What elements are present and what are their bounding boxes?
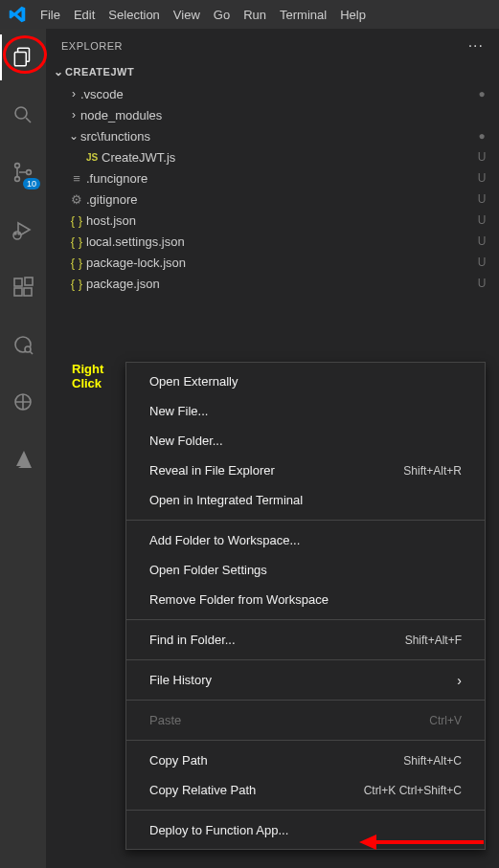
file-row[interactable]: { }host.jsonU: [46, 210, 499, 231]
svg-point-4: [15, 164, 20, 168]
menu-item[interactable]: Deploy to Function App...: [126, 815, 485, 845]
menu-item[interactable]: Open Folder Settings: [126, 555, 485, 585]
menu-item[interactable]: Open Externally: [126, 367, 485, 396]
menu-separator: [126, 659, 485, 660]
gear-icon: ⚙: [67, 192, 86, 207]
menu-file[interactable]: File: [34, 8, 67, 22]
tree-item-label: package.json: [86, 277, 474, 291]
menu-item-label: Copy Path: [149, 753, 208, 768]
tree-item-label: .gitignore: [86, 192, 474, 207]
menu-help[interactable]: Help: [333, 8, 373, 22]
folder-row[interactable]: ›node_modules: [46, 104, 499, 125]
docker-icon[interactable]: [0, 379, 46, 425]
git-decoration: U: [474, 256, 489, 269]
menu-view[interactable]: View: [167, 8, 207, 22]
menu-item[interactable]: Add Folder to Workspace...: [126, 525, 485, 555]
menu-separator: [126, 740, 485, 741]
svg-point-2: [15, 107, 27, 119]
json-file-icon: { }: [67, 277, 86, 291]
folder-row[interactable]: ⌄src\functions●: [46, 125, 499, 146]
menu-item-label: Add Folder to Workspace...: [149, 533, 300, 547]
git-decoration: U: [474, 150, 489, 164]
menu-item[interactable]: Copy PathShift+Alt+C: [126, 746, 485, 775]
chevron-icon: ›: [67, 87, 80, 100]
file-row[interactable]: { }package-lock.jsonU: [46, 252, 499, 273]
azure-icon[interactable]: [0, 436, 46, 482]
chevron-icon: ⌄: [67, 129, 80, 143]
file-row[interactable]: JSCreateJWT.jsU: [46, 146, 499, 167]
menu-item[interactable]: New File...: [126, 396, 485, 426]
menu-separator: [126, 619, 485, 620]
menu-separator: [126, 520, 485, 521]
menu-item-label: Paste: [149, 713, 181, 727]
menu-item: PasteCtrl+V: [126, 705, 485, 735]
explorer-icon[interactable]: [0, 34, 46, 80]
context-menu: Open ExternallyNew File...New Folder...R…: [125, 362, 486, 850]
tree-item-label: .vscode: [80, 87, 474, 101]
svg-point-5: [15, 177, 20, 182]
file-row[interactable]: ≡.funcignoreU: [46, 167, 499, 189]
menu-run[interactable]: Run: [237, 8, 273, 22]
text-file-icon: ≡: [67, 171, 86, 186]
tree-item-label: local.settings.json: [86, 234, 474, 249]
file-tree: ›.vscode●›node_modules⌄src\functions●JSC…: [46, 81, 499, 296]
git-decoration: U: [474, 277, 489, 290]
menu-item[interactable]: Reveal in File ExplorerShift+Alt+R: [126, 456, 485, 485]
tree-item-label: CreateJWT.js: [102, 150, 474, 165]
menu-go[interactable]: Go: [207, 8, 237, 22]
menu-item-label: Remove Folder from Workspace: [149, 592, 329, 607]
extensions-icon[interactable]: [0, 264, 46, 310]
menu-shortcut: Shift+Alt+C: [403, 754, 462, 768]
chevron-icon: ›: [67, 108, 80, 122]
explorer-title: EXPLORER: [61, 40, 123, 52]
menu-item[interactable]: Find in Folder...Shift+Alt+F: [126, 625, 485, 655]
js-file-icon: JS: [82, 152, 102, 163]
menu-item[interactable]: Remove Folder from Workspace: [126, 585, 485, 614]
chevron-down-icon: ⌄: [52, 65, 65, 78]
svg-line-17: [30, 351, 33, 354]
file-row[interactable]: { }local.settings.jsonU: [46, 231, 499, 252]
annotation-right-click: Right Click: [72, 362, 103, 390]
source-control-icon[interactable]: 10: [0, 149, 46, 195]
run-debug-icon[interactable]: [0, 207, 46, 253]
folder-row[interactable]: ›.vscode●: [46, 83, 499, 104]
menu-shortcut: Shift+Alt+F: [405, 634, 462, 647]
search-icon[interactable]: [0, 92, 46, 138]
git-decoration: U: [474, 234, 489, 248]
menu-item-label: Open Folder Settings: [149, 563, 267, 577]
tree-item-label: .funcignore: [86, 171, 474, 186]
json-file-icon: { }: [67, 213, 86, 228]
menu-terminal[interactable]: Terminal: [273, 8, 333, 22]
menu-item-label: Find in Folder...: [149, 633, 236, 647]
menu-shortcut: Shift+Alt+R: [403, 464, 462, 478]
explorer-more-icon[interactable]: ···: [468, 37, 484, 55]
menu-separator: [126, 700, 485, 701]
svg-rect-11: [14, 278, 22, 286]
menu-item[interactable]: Open in Integrated Terminal: [126, 485, 485, 515]
git-decoration: U: [474, 213, 489, 227]
vscode-logo-icon: [0, 6, 34, 23]
remote-explorer-icon[interactable]: [0, 322, 46, 367]
svg-point-9: [14, 233, 16, 234]
file-row[interactable]: { }package.jsonU: [46, 273, 499, 294]
json-file-icon: { }: [67, 256, 86, 270]
git-decoration: U: [474, 192, 489, 206]
file-row[interactable]: ⚙.gitignoreU: [46, 189, 499, 210]
tree-item-label: src\functions: [80, 129, 474, 144]
menu-item[interactable]: New Folder...: [126, 426, 485, 456]
menu-item[interactable]: Copy Relative PathCtrl+K Ctrl+Shift+C: [126, 775, 485, 805]
title-bar: File Edit Selection View Go Run Terminal…: [0, 0, 499, 29]
svg-rect-14: [25, 278, 33, 285]
svg-rect-13: [24, 288, 32, 296]
explorer-header: EXPLORER ···: [46, 29, 499, 62]
workspace-root[interactable]: ⌄ CREATEJWT: [46, 62, 499, 81]
git-decoration: ●: [474, 89, 489, 99]
menu-item-label: Open in Integrated Terminal: [149, 493, 303, 507]
menu-item[interactable]: File History›: [126, 665, 485, 695]
menu-item-label: Open Externally: [149, 374, 238, 389]
chevron-right-icon: ›: [457, 673, 462, 688]
menu-item-label: Copy Relative Path: [149, 783, 256, 797]
menu-selection[interactable]: Selection: [102, 8, 166, 22]
menu-edit[interactable]: Edit: [67, 8, 102, 22]
svg-rect-12: [14, 288, 22, 296]
